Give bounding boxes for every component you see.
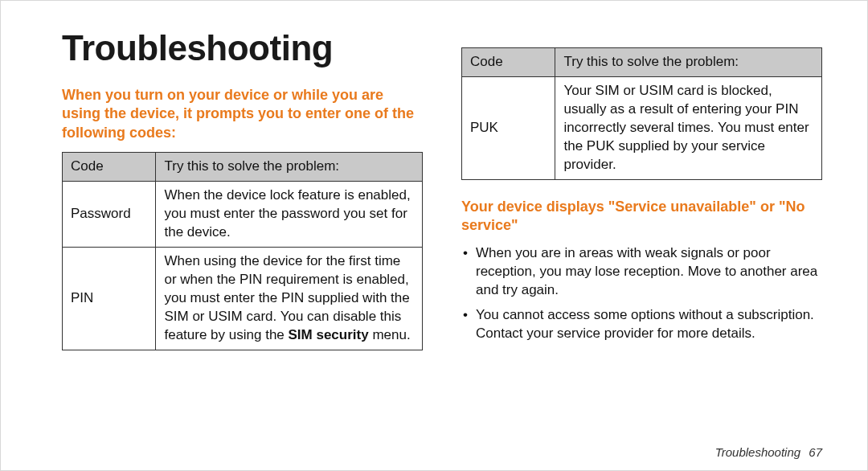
manual-page: Troubleshooting When you turn on your de… [0, 0, 868, 471]
right-column: Code Try this to solve the problem: PUK … [461, 28, 822, 412]
table-row: Password When the device lock feature is… [63, 182, 423, 248]
solution-text-post: menu. [369, 327, 411, 342]
section-heading-codes: When you turn on your device or while yo… [62, 86, 423, 142]
cell-solution: When using the device for the first time… [156, 247, 423, 350]
table-row: PIN When using the device for the first … [63, 247, 423, 350]
table-header-row: Code Try this to solve the problem: [63, 153, 423, 182]
two-column-layout: Troubleshooting When you turn on your de… [62, 28, 822, 412]
list-item: When you are in areas with weak signals … [461, 244, 822, 300]
col-header-code: Code [63, 153, 156, 182]
bullet-list: When you are in areas with weak signals … [461, 244, 822, 343]
cell-solution: Your SIM or USIM card is blocked, usuall… [555, 76, 822, 179]
cell-code: PIN [63, 247, 156, 350]
solution-text-strong: SIM security [289, 327, 369, 342]
footer-page-number: 67 [809, 445, 822, 459]
cell-code: Password [63, 182, 156, 248]
left-column: Troubleshooting When you turn on your de… [62, 28, 423, 412]
codes-table-right: Code Try this to solve the problem: PUK … [461, 47, 822, 180]
codes-table-left: Code Try this to solve the problem: Pass… [62, 152, 423, 350]
col-header-try: Try this to solve the problem: [156, 153, 423, 182]
col-header-code: Code [462, 48, 555, 77]
col-header-try: Try this to solve the problem: [555, 48, 822, 77]
table-header-row: Code Try this to solve the problem: [462, 48, 822, 77]
page-title: Troubleshooting [62, 28, 423, 68]
cell-solution: When the device lock feature is enabled,… [156, 182, 423, 248]
list-item: You cannot access some options without a… [461, 306, 822, 343]
cell-code: PUK [462, 76, 555, 179]
section-heading-no-service: Your device displays "Service unavailabl… [461, 198, 822, 236]
page-footer: Troubleshooting 67 [715, 445, 822, 459]
table-row: PUK Your SIM or USIM card is blocked, us… [462, 76, 822, 179]
footer-section: Troubleshooting [715, 445, 800, 459]
